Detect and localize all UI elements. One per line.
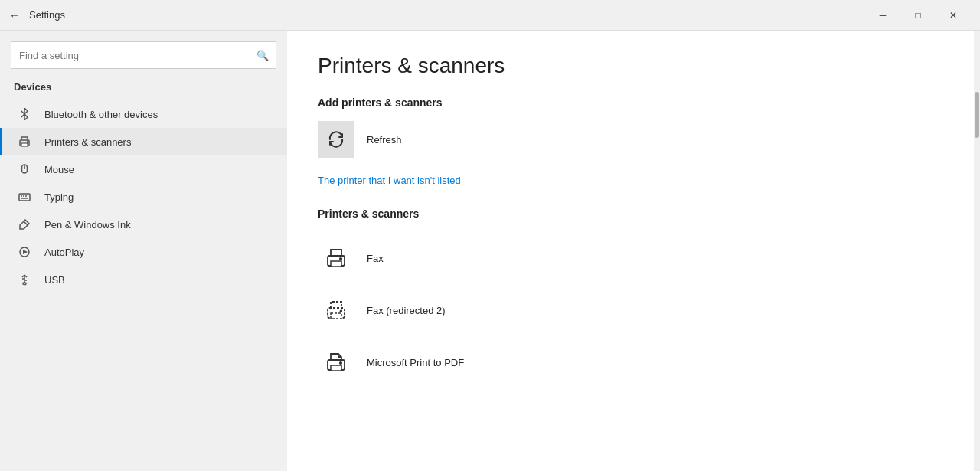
search-input[interactable] xyxy=(11,41,276,69)
sidebar-item-label-autoplay: AutoPlay xyxy=(44,247,84,258)
mouse-icon xyxy=(14,163,35,175)
window-controls: ─ □ ✕ xyxy=(865,0,971,31)
close-button[interactable]: ✕ xyxy=(936,0,971,31)
bluetooth-icon xyxy=(14,108,35,120)
sidebar-item-label-bluetooth: Bluetooth & other devices xyxy=(44,109,158,120)
printer-name-fax-redirected: Fax (redirected 2) xyxy=(367,305,446,316)
printer-item-fax-redirected[interactable]: Fax (redirected 2) xyxy=(318,284,943,336)
main-layout: 🔍 Devices Bluetooth & other devices xyxy=(0,31,980,471)
printers-section-title: Printers & scanners xyxy=(318,208,943,220)
sidebar-item-printers[interactable]: Printers & scanners xyxy=(0,128,287,155)
not-listed-link[interactable]: The printer that I want isn't listed xyxy=(318,175,461,186)
sidebar-section-title: Devices xyxy=(0,75,287,100)
sidebar-item-label-typing: Typing xyxy=(44,191,74,203)
autoplay-icon xyxy=(14,246,35,258)
svg-point-2 xyxy=(27,142,28,142)
content-area: Printers & scanners Add printers & scann… xyxy=(287,31,974,471)
printer-name-fax: Fax xyxy=(367,253,384,264)
svg-point-25 xyxy=(340,310,341,312)
usb-icon xyxy=(14,273,35,286)
svg-rect-24 xyxy=(331,313,341,319)
sidebar-item-mouse[interactable]: Mouse xyxy=(0,155,287,183)
sidebar-item-label-pen: Pen & Windows Ink xyxy=(44,219,131,231)
svg-point-28 xyxy=(340,362,341,364)
fax-printer-icon xyxy=(318,240,354,276)
sidebar-item-autoplay[interactable]: AutoPlay xyxy=(0,238,287,266)
sidebar-item-usb[interactable]: USB xyxy=(0,266,287,293)
scrollbar[interactable] xyxy=(974,31,980,471)
sidebar-item-bluetooth[interactable]: Bluetooth & other devices xyxy=(0,100,287,128)
maximize-button[interactable]: □ xyxy=(900,0,936,31)
printer-name-pdf: Microsoft Print to PDF xyxy=(367,357,464,368)
svg-rect-1 xyxy=(21,143,28,146)
refresh-button[interactable] xyxy=(318,121,354,158)
refresh-label: Refresh xyxy=(367,134,402,146)
fax-redirected-printer-icon xyxy=(318,292,354,329)
svg-rect-17 xyxy=(23,283,26,285)
sidebar-item-label-mouse: Mouse xyxy=(44,164,74,175)
printer-icon xyxy=(14,136,35,148)
printer-item-fax[interactable]: Fax xyxy=(318,232,943,284)
app-title: Settings xyxy=(29,9,865,21)
page-title: Printers & scanners xyxy=(318,54,943,78)
back-button[interactable]: ← xyxy=(9,9,20,21)
sidebar-item-label-usb: USB xyxy=(44,274,65,286)
search-container: 🔍 xyxy=(11,41,276,69)
add-button-row: Refresh xyxy=(318,121,943,158)
search-icon: 🔍 xyxy=(256,50,269,61)
svg-marker-13 xyxy=(23,250,28,254)
sidebar: 🔍 Devices Bluetooth & other devices xyxy=(0,31,287,471)
sidebar-item-pen[interactable]: Pen & Windows Ink xyxy=(0,211,287,238)
svg-rect-6 xyxy=(19,194,30,201)
typing-icon xyxy=(14,191,35,203)
printer-item-pdf[interactable]: Microsoft Print to PDF xyxy=(318,336,943,388)
add-section-title: Add printers & scanners xyxy=(318,96,943,109)
pen-icon xyxy=(14,218,35,231)
minimize-button[interactable]: ─ xyxy=(865,0,900,31)
svg-point-22 xyxy=(340,258,341,260)
pdf-printer-icon xyxy=(318,344,354,381)
svg-rect-27 xyxy=(331,365,341,371)
sidebar-item-typing[interactable]: Typing xyxy=(0,183,287,211)
scrollbar-thumb[interactable] xyxy=(975,92,979,138)
title-bar: ← Settings ─ □ ✕ xyxy=(0,0,980,31)
sidebar-item-label-printers: Printers & scanners xyxy=(44,136,131,148)
svg-rect-21 xyxy=(331,261,341,267)
